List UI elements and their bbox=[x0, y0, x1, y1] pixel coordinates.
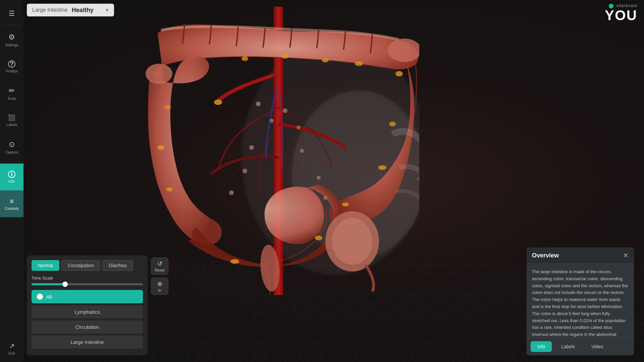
svg-point-21 bbox=[256, 102, 261, 106]
time-scale-thumb[interactable] bbox=[62, 282, 68, 287]
radio-all-icon bbox=[37, 294, 43, 300]
sidebar-item-settings[interactable]: ⚙ Settings bbox=[0, 26, 23, 53]
condition-tabs: Normal Constipation Diarrhea bbox=[32, 260, 143, 271]
svg-point-10 bbox=[322, 58, 329, 62]
controls-icon: ≡ bbox=[10, 197, 14, 205]
overview-header: Overview ✕ bbox=[527, 247, 634, 264]
svg-point-7 bbox=[214, 100, 222, 105]
svg-point-26 bbox=[300, 149, 304, 153]
svg-point-13 bbox=[389, 122, 396, 126]
overview-panel: Overview ✕ The large intestine is made o… bbox=[527, 247, 634, 355]
time-scale-track[interactable] bbox=[32, 283, 143, 285]
sidebar-label-info: Info bbox=[9, 179, 15, 183]
zoom-in-label: In bbox=[158, 288, 161, 292]
sidebar-label-tools: Tools bbox=[7, 97, 16, 101]
sidebar-divider-2 bbox=[3, 162, 20, 162]
sidebar-label-labels: Labels bbox=[6, 123, 17, 127]
svg-point-18 bbox=[230, 259, 239, 264]
svg-point-30 bbox=[323, 196, 327, 200]
time-scale-fill bbox=[32, 283, 65, 285]
sidebar-item-tooltips[interactable]: ? Tooltips bbox=[0, 53, 23, 80]
hamburger-menu[interactable]: ☰ bbox=[0, 3, 23, 23]
svg-point-17 bbox=[166, 187, 173, 191]
dropdown-arrow-icon: ▾ bbox=[106, 6, 109, 14]
overview-body: The large intestine is made of the cecum… bbox=[527, 264, 634, 338]
svg-point-12 bbox=[395, 71, 403, 76]
hamburger-icon: ☰ bbox=[9, 9, 15, 17]
sidebar: ☰ ⚙ Settings ? Tooltips ✏ Tools ⬛ Labels… bbox=[0, 0, 23, 362]
action-buttons: ↺ Reset ⊕ In bbox=[151, 257, 168, 295]
svg-point-11 bbox=[355, 61, 363, 66]
tab-normal[interactable]: Normal bbox=[32, 260, 59, 271]
tools-icon: ✏ bbox=[9, 86, 15, 95]
time-scale-label: Time Scale bbox=[32, 276, 143, 281]
svg-point-28 bbox=[317, 176, 321, 180]
svg-point-6 bbox=[332, 218, 372, 265]
sidebar-divider-1 bbox=[3, 25, 20, 25]
info-icon: i bbox=[8, 171, 15, 178]
zoom-in-icon: ⊕ bbox=[157, 280, 162, 288]
overview-tab-info[interactable]: Info bbox=[531, 341, 552, 352]
svg-point-16 bbox=[157, 145, 165, 150]
sidebar-item-controls[interactable]: ≡ Controls bbox=[0, 190, 23, 217]
zoom-in-button[interactable]: ⊕ In bbox=[151, 278, 168, 295]
system-btn-circulation[interactable]: Circulation bbox=[32, 320, 143, 334]
overview-title: Overview bbox=[532, 252, 559, 259]
capture-icon: ⊙ bbox=[9, 140, 15, 149]
organ-dropdown[interactable]: Large Intestine Healthy ▾ bbox=[27, 4, 114, 16]
svg-point-24 bbox=[297, 125, 301, 129]
sidebar-label-settings: Settings bbox=[5, 43, 18, 47]
overview-footer: Info Labels Video bbox=[527, 338, 634, 355]
tooltips-icon: ? bbox=[8, 60, 15, 68]
system-btn-lymphatics[interactable]: Lymphatics bbox=[32, 305, 143, 318]
svg-point-15 bbox=[164, 105, 171, 109]
svg-point-27 bbox=[243, 169, 247, 173]
sidebar-item-info[interactable]: i Info bbox=[0, 164, 23, 190]
reset-label: Reset bbox=[155, 268, 165, 272]
svg-point-3 bbox=[146, 64, 172, 84]
svg-point-22 bbox=[270, 119, 274, 123]
sidebar-item-labels[interactable]: ⬛ Labels bbox=[0, 107, 23, 134]
labels-icon: ⬛ bbox=[8, 114, 15, 121]
sidebar-label-exit: Exit bbox=[9, 351, 15, 355]
overview-tab-video[interactable]: Video bbox=[585, 341, 610, 352]
svg-point-19 bbox=[315, 236, 322, 240]
svg-point-29 bbox=[229, 190, 234, 195]
overview-close-button[interactable]: ✕ bbox=[623, 251, 629, 259]
reset-icon: ↺ bbox=[157, 260, 162, 267]
svg-point-23 bbox=[283, 108, 287, 113]
header: Large Intestine Healthy ▾ bbox=[23, 0, 117, 20]
tab-diarrhea[interactable]: Diarrhea bbox=[102, 260, 133, 271]
control-panel: Normal Constipation Diarrhea Time Scale … bbox=[27, 255, 148, 355]
tab-constipation[interactable]: Constipation bbox=[61, 260, 100, 271]
sidebar-item-tools[interactable]: ✏ Tools bbox=[0, 80, 23, 107]
sidebar-label-tooltips: Tooltips bbox=[5, 69, 18, 73]
sidebar-label-capture: Capture bbox=[5, 150, 18, 154]
svg-point-9 bbox=[281, 54, 289, 59]
system-btn-all[interactable]: All bbox=[32, 290, 143, 303]
sidebar-item-capture[interactable]: ⊙ Capture bbox=[0, 134, 23, 161]
sidebar-label-controls: Controls bbox=[5, 206, 19, 210]
svg-point-14 bbox=[378, 165, 386, 170]
logo-product: YOU bbox=[605, 8, 637, 22]
exit-icon: ↗ bbox=[9, 342, 15, 350]
svg-point-20 bbox=[342, 202, 349, 206]
svg-point-8 bbox=[241, 56, 248, 61]
sharecare-logo: sharecare YOU bbox=[605, 3, 637, 22]
svg-point-25 bbox=[249, 145, 254, 150]
reset-button[interactable]: ↺ Reset bbox=[151, 257, 168, 275]
organ-name: Large Intestine bbox=[32, 7, 68, 13]
settings-icon: ⚙ bbox=[8, 33, 15, 42]
overview-tab-labels[interactable]: Labels bbox=[554, 341, 582, 352]
system-btn-large-intestine[interactable]: Large Intestine bbox=[32, 336, 143, 349]
sidebar-item-exit[interactable]: ↗ Exit bbox=[0, 335, 23, 362]
condition-name: Healthy bbox=[72, 7, 94, 14]
overview-text: The large intestine is made of the cecum… bbox=[532, 268, 629, 338]
